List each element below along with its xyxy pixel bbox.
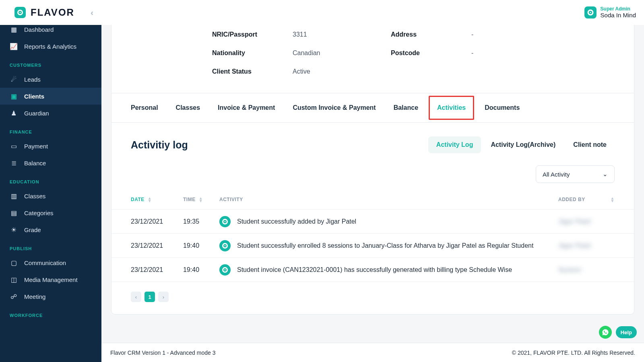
user-meta: Super Admin Soda In Mind [601, 6, 636, 19]
cell-time: 19:40 [183, 242, 219, 249]
chat-icon: ▢ [10, 259, 18, 267]
svg-point-15 [225, 245, 226, 246]
footer: Flavor CRM Version 1 - Advanced mode 3 ©… [101, 343, 644, 362]
main: NRIC/Passport3311 NationalityCanadian Cl… [101, 25, 644, 343]
people-icon: ☀ [10, 226, 18, 234]
detail-value: - [471, 49, 473, 57]
ledger-icon: ≣ [10, 159, 18, 167]
chart-icon: 📈 [10, 43, 18, 50]
cell-time: 19:40 [183, 266, 219, 274]
person-card-icon: ▣ [10, 93, 18, 100]
svg-point-19 [225, 269, 226, 270]
sidebar-item-label: Guardian [24, 110, 49, 117]
signpost-icon: ☄ [10, 76, 18, 83]
detail-label: Postcode [391, 49, 471, 57]
cell-date: 23/12/2021 [131, 266, 183, 274]
activity-icon [219, 264, 231, 276]
activity-text: Student successfully added by Jigar Pate… [237, 218, 356, 225]
user-name: Soda In Mind [601, 12, 636, 19]
page-prev-button[interactable]: ‹ [131, 292, 141, 302]
client-card: NRIC/Passport3311 NationalityCanadian Cl… [111, 25, 634, 315]
cell-activity: Student successfully enrolled 8 sessions… [219, 240, 558, 251]
tab-classes[interactable]: Classes [176, 97, 200, 119]
cell-activity: Student successfully added by Jigar Pate… [219, 216, 558, 227]
tab-documents[interactable]: Documents [485, 97, 520, 119]
col-added-by[interactable]: ADDED BY▲▼ [558, 197, 615, 202]
subtab-client-note[interactable]: Client note [565, 136, 615, 153]
sidebar-item-clients[interactable]: ▣ Clients [0, 88, 101, 105]
sidebar-item-label: Reports & Analytics [24, 43, 76, 50]
sidebar-item-balance[interactable]: ≣ Balance [0, 154, 101, 171]
tab-activities[interactable]: Activities [429, 96, 474, 120]
client-details: NRIC/Passport3311 NationalityCanadian Cl… [111, 25, 634, 93]
help-button[interactable]: Help [616, 326, 637, 338]
activity-header: Activitiy log Activity Log Activity Log(… [111, 123, 634, 157]
dashboard-icon: ▦ [10, 26, 18, 33]
book-icon: ▥ [10, 192, 18, 200]
tab-personal[interactable]: Personal [131, 97, 158, 119]
sidebar-item-meeting[interactable]: ☍ Meeting [0, 288, 101, 305]
detail-col-right: Address- Postcode- [391, 25, 533, 81]
tab-invoice-payment[interactable]: Invoice & Payment [218, 97, 275, 119]
sidebar-item-label: Grade [24, 226, 41, 233]
sidebar-item-grade[interactable]: ☀ Grade [0, 221, 101, 238]
sidebar-item-communication[interactable]: ▢ Communication [0, 254, 101, 271]
sidebar-section-publish: PUBLISH [0, 238, 101, 254]
whatsapp-button[interactable] [599, 326, 612, 339]
section-title: Activitiy log [131, 139, 188, 151]
sidebar-section-customers: CUSTOMERS [0, 55, 101, 71]
brand-logo-icon [14, 7, 26, 18]
sidebar: ▦ Dashboard 📈 Reports & Analytics CUSTOM… [0, 25, 101, 362]
svg-point-11 [225, 221, 226, 222]
activity-icon [219, 240, 231, 251]
whatsapp-icon [602, 329, 609, 336]
footer-version: Flavor CRM Version 1 - Advanced mode 3 [110, 350, 215, 356]
sidebar-item-payment[interactable]: ▭ Payment [0, 138, 101, 154]
sidebar-item-dashboard[interactable]: ▦ Dashboard [0, 25, 101, 38]
page-1-button[interactable]: 1 [144, 292, 155, 302]
sidebar-collapse-icon[interactable]: ‹‹ [91, 8, 91, 17]
table-header: DATE▲▼ TIME▲▼ ACTIVITY ADDED BY▲▼ [111, 189, 634, 210]
svg-point-7 [590, 12, 591, 13]
cell-date: 23/12/2021 [131, 242, 183, 249]
detail-value: Canadian [293, 49, 320, 57]
sidebar-item-label: Categories [24, 210, 54, 216]
detail-value: 3311 [293, 31, 307, 38]
sidebar-item-label: Meeting [24, 293, 45, 300]
activity-text: Student invoice (CAN1232021-0001) has su… [237, 266, 512, 274]
sidebar-item-reports[interactable]: 📈 Reports & Analytics [0, 38, 101, 55]
activity-filter-select[interactable]: All Activity ⌄ [536, 165, 615, 183]
tab-custom-invoice[interactable]: Custom Invoice & Payment [293, 97, 376, 119]
sidebar-item-label: Balance [24, 160, 46, 167]
subtab-activity-log[interactable]: Activity Log [428, 136, 481, 153]
filter-value: All Activity [543, 171, 570, 178]
sidebar-item-guardian[interactable]: ♟ Guardian [0, 105, 101, 121]
cell-added-by: Jigar Patel [558, 242, 615, 249]
col-activity: ACTIVITY [219, 197, 558, 202]
sidebar-item-categories[interactable]: ▤ Categories [0, 204, 101, 221]
sort-icon: ▲▼ [611, 197, 615, 202]
col-date[interactable]: DATE▲▼ [131, 197, 183, 202]
tab-balance[interactable]: Balance [394, 97, 418, 119]
sidebar-item-label: Payment [24, 143, 48, 150]
chevron-down-icon: ⌄ [603, 171, 608, 178]
activity-icon [219, 216, 231, 227]
detail-col-left: NRIC/Passport3311 NationalityCanadian Cl… [212, 25, 355, 81]
sidebar-section-finance: FINANCE [0, 121, 101, 138]
current-user[interactable]: Super Admin Soda In Mind [584, 6, 636, 19]
col-time[interactable]: TIME▲▼ [183, 197, 219, 202]
sidebar-item-media[interactable]: ◫ Media Management [0, 271, 101, 288]
page-next-button[interactable]: › [158, 292, 169, 302]
sidebar-item-label: Dashboard [24, 26, 54, 33]
sidebar-item-leads[interactable]: ☄ Leads [0, 71, 101, 88]
detail-value: - [471, 31, 473, 38]
app-header: FLAVOR ‹‹ Super Admin Soda In Mind [0, 0, 644, 25]
user-role: Super Admin [601, 6, 636, 12]
sidebar-item-label: Classes [24, 193, 45, 200]
subtab-activity-archive[interactable]: Activity Log(Archive) [483, 136, 564, 153]
sort-icon: ▲▼ [148, 197, 152, 202]
cell-time: 19:35 [183, 218, 219, 225]
sidebar-section-workforce: WORKFORCE [0, 305, 101, 321]
activity-text: Student successfully enrolled 8 sessions… [237, 242, 533, 249]
sidebar-item-classes[interactable]: ▥ Classes [0, 187, 101, 204]
